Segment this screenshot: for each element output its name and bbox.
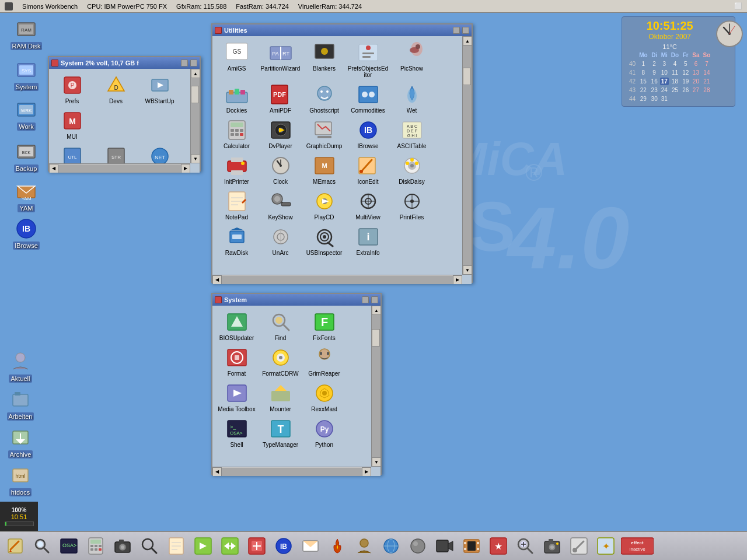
sys-scroll-down[interactable]: ▼ — [372, 457, 381, 467]
grid-icon-usbinspector[interactable]: USBInspector — [302, 223, 346, 258]
grid-icon-keyshow[interactable]: KeyShow — [259, 187, 302, 223]
util-hscroll-right[interactable]: ▶ — [453, 275, 462, 285]
taskbar-pencil[interactable] — [2, 533, 28, 559]
utilities-max1[interactable] — [453, 27, 460, 34]
grid-icon-rawdisk[interactable]: RawDisk — [215, 223, 259, 258]
taskbar-tools2[interactable] — [566, 533, 592, 559]
grid-icon-amigs[interactable]: GS AmiGS — [215, 38, 259, 80]
desktop-icon-archive[interactable]: Archive — [0, 426, 41, 459]
grid-icon-typemanager[interactable]: T TypeManager — [259, 415, 302, 450]
util-scroll-down[interactable]: ▼ — [463, 265, 472, 275]
grid-icon-blankers[interactable]: Blankers — [302, 38, 346, 80]
sys-scroll-up[interactable]: ▲ — [372, 306, 381, 315]
grid-icon-commodities[interactable]: Commodities — [346, 80, 390, 116]
system-max1[interactable] — [362, 296, 369, 303]
grid-icon-wet[interactable]: Wet — [390, 80, 434, 116]
grid-icon-find[interactable]: Find — [259, 308, 302, 344]
scrollbar-thumb[interactable] — [191, 86, 199, 103]
taskbar-photo[interactable] — [539, 533, 565, 559]
grid-icon-extrainfo[interactable]: i ExtraInfo — [346, 223, 390, 258]
system-small-zoom[interactable] — [190, 60, 197, 66]
grid-icon-mounter[interactable]: Mounter — [259, 379, 302, 415]
util-hscroll-left[interactable]: ◀ — [212, 275, 222, 285]
sys-scroll-thumb[interactable] — [372, 329, 380, 346]
taskbar-globe[interactable] — [378, 533, 404, 559]
menubar-maximize[interactable]: ⬜ — [734, 2, 742, 10]
hscroll-right[interactable]: ▶ — [181, 164, 190, 173]
desktop-icon-aktuell[interactable]: Aktuell — [0, 350, 41, 383]
grid-icon-notepad[interactable]: NotePad — [215, 187, 259, 223]
util-scroll-up[interactable]: ▲ — [463, 36, 472, 46]
taskbar-person[interactable] — [351, 533, 377, 559]
taskbar-ibrowse[interactable]: IB — [271, 533, 296, 559]
grid-icon-asciitable[interactable]: A B C D E F G H I ASCIITable — [390, 116, 434, 152]
taskbar-search[interactable] — [137, 533, 162, 559]
desktop-icon-htdocs[interactable]: html htdocs — [0, 464, 41, 496]
taskbar-apache[interactable]: effect Inactive — [620, 533, 655, 559]
util-scroll-thumb[interactable] — [463, 68, 471, 85]
grid-icon-prefs[interactable]: P Prefs — [50, 71, 94, 107]
grid-icon-multiview[interactable]: MultiView — [346, 187, 390, 223]
grid-icon-ghostscript[interactable]: Ghostscript — [302, 80, 346, 116]
system-scrollbar-v[interactable]: ▲ ▼ — [371, 306, 381, 467]
grid-icon-initprinter[interactable]: InitPrinter — [215, 152, 259, 187]
hscroll-left[interactable]: ◀ — [49, 164, 58, 173]
system-small-hscrollbar[interactable]: ◀ ▶ — [49, 163, 190, 173]
grid-icon-shell[interactable]: >_ OSA> Shell — [215, 415, 259, 450]
taskbar-effects[interactable]: ★ — [486, 533, 511, 559]
taskbar-flame[interactable] — [324, 533, 350, 559]
taskbar-shell[interactable]: OSA> — [56, 533, 82, 559]
grid-icon-ibrowse-util[interactable]: IB IBrowse — [346, 116, 390, 152]
grid-icon-diskdaisy[interactable]: DiskDaisy — [390, 152, 434, 187]
utilities-scrollbar-h[interactable]: ◀ ▶ — [212, 275, 462, 284]
grid-icon-rexxmast[interactable]: RexxMast — [302, 379, 346, 415]
grid-icon-biosupdater[interactable]: BIOSUpdater — [215, 308, 259, 344]
grid-icon-clock[interactable]: Clock — [259, 152, 302, 187]
grid-icon-graphicdump[interactable]: GraphicDump — [302, 116, 346, 152]
taskbar-mail[interactable] — [298, 533, 323, 559]
grid-icon-playcd[interactable]: PlayCD — [302, 187, 346, 223]
grid-icon-python[interactable]: Py Python — [302, 415, 346, 450]
taskbar-exchange[interactable] — [217, 533, 243, 559]
taskbar-zoom[interactable] — [512, 533, 538, 559]
grid-icon-fixfonts[interactable]: F FixFonts — [302, 308, 346, 344]
taskbar-dark-sphere[interactable] — [405, 533, 431, 559]
utilities-scrollbar-v[interactable]: ▲ ▼ — [462, 36, 472, 275]
desktop-icon-arbeiten[interactable]: Arbeiten — [0, 388, 41, 421]
taskbar-tools[interactable] — [244, 533, 270, 559]
grid-icon-devs[interactable]: D Devs — [94, 71, 138, 107]
system-small-scrollbar[interactable]: ▲ ▼ — [190, 69, 200, 163]
system-scrollbar-h[interactable]: ◀ ▶ — [212, 467, 371, 476]
grid-icon-calculator[interactable]: Calculator — [215, 116, 259, 152]
grid-icon-memacs[interactable]: M MEmacs — [302, 152, 346, 187]
grid-icon-wbstartup[interactable]: WBStartUp — [138, 71, 181, 107]
system-small-titlebar[interactable]: System 2% voll, 10,7 GB f — [49, 57, 200, 69]
taskbar-film[interactable] — [459, 533, 484, 559]
grid-icon-mui[interactable]: M MUI — [50, 107, 94, 142]
sys-hscroll-left[interactable]: ◀ — [212, 467, 222, 477]
grid-icon-printfiles[interactable]: PrintFiles — [390, 187, 434, 223]
grid-icon-unarc[interactable]: UnArc — [259, 223, 302, 258]
taskbar-video[interactable] — [432, 533, 458, 559]
system-close[interactable] — [215, 296, 222, 303]
system-small-close[interactable] — [51, 60, 58, 66]
utilities-titlebar[interactable]: Utilities — [212, 24, 472, 36]
taskbar-notes[interactable] — [163, 533, 189, 559]
grid-icon-partitionwizard[interactable]: PA RT PartitionWizard — [259, 38, 302, 80]
grid-icon-picshow[interactable]: PicShow — [390, 38, 434, 80]
grid-icon-format[interactable]: Format — [215, 344, 259, 379]
grid-icon-dvplayer[interactable]: DvPlayer — [259, 116, 302, 152]
system-titlebar[interactable]: System — [212, 294, 381, 306]
grid-icon-grimreaper[interactable]: GrimReaper — [302, 344, 346, 379]
sys-hscroll-right[interactable]: ▶ — [362, 467, 371, 477]
system-small-scroll[interactable] — [181, 60, 188, 66]
utilities-close[interactable] — [215, 27, 222, 34]
taskbar-magnify[interactable] — [29, 533, 55, 559]
grid-icon-dockies[interactable]: Dockies — [215, 80, 259, 116]
grid-icon-mediatoolbox[interactable]: Media Toolbox — [215, 379, 259, 415]
grid-icon-iconedit[interactable]: IconEdit — [346, 152, 390, 187]
grid-icon-formatcdrw[interactable]: FormatCDRW — [259, 344, 302, 379]
system-max2[interactable] — [371, 296, 378, 303]
scrollbar-down[interactable]: ▼ — [191, 154, 200, 163]
scrollbar-up[interactable]: ▲ — [191, 69, 200, 78]
